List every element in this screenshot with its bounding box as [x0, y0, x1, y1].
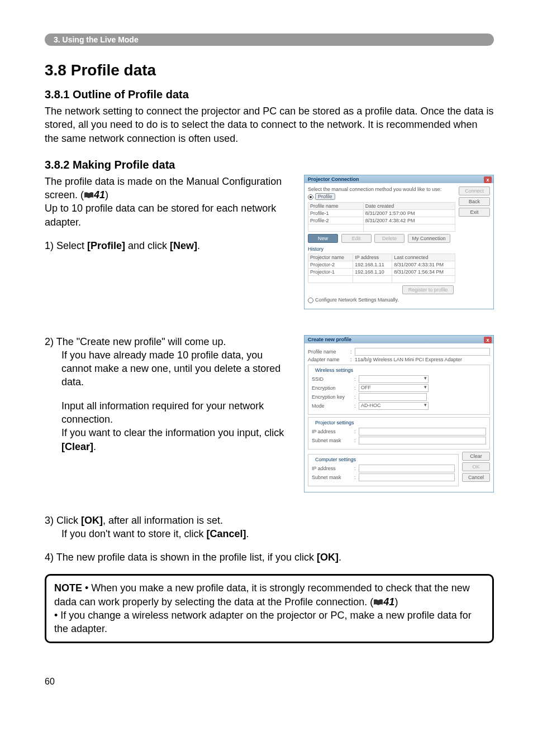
my-connection-button[interactable]: My Connection: [408, 234, 450, 243]
exit-button[interactable]: Exit: [459, 208, 490, 217]
note-p1: • When you make a new profile data, it i…: [54, 582, 470, 607]
new-button[interactable]: New: [308, 234, 338, 243]
step4b: [OK]: [317, 552, 339, 563]
step1d: [New]: [170, 240, 197, 251]
table-row: Profile-28/31/2007 4:38:42 PM: [308, 217, 455, 224]
book-icon: [373, 599, 383, 606]
section-title: 3.8 Profile data: [45, 61, 494, 79]
computer-group: Computer settings: [313, 457, 358, 462]
profile-name-input[interactable]: [355, 348, 490, 356]
note-label: NOTE: [54, 582, 82, 594]
dialog1-title: Projector Connection: [308, 176, 359, 182]
adapter-name-label: Adapter name: [308, 357, 350, 362]
edit-button[interactable]: Edit: [341, 234, 372, 243]
step1a: 1) Select: [45, 240, 87, 251]
ref1: 41: [94, 189, 105, 200]
table-row: [308, 224, 455, 231]
step3d: If you don't want to store it, click: [61, 528, 207, 539]
adapter-name-value: 11a/b/g Wireless LAN Mini PCI Express Ad…: [355, 357, 490, 362]
encryption-select[interactable]: OFF: [359, 384, 429, 392]
dialog1-titlebar: Projector Connection x: [304, 175, 493, 183]
radio-profile-label: Profile: [315, 193, 335, 200]
step3c: , after all information is set.: [103, 515, 223, 526]
step3b: [OK]: [81, 515, 103, 526]
back-button[interactable]: Back: [459, 197, 490, 206]
comp-ip-label: IP address: [312, 466, 354, 471]
comp-ip-input[interactable]: [359, 465, 455, 472]
proj-subnet-input[interactable]: [359, 437, 486, 444]
step2f: .: [93, 441, 96, 452]
profile-table: Profile nameDate created Profile-18/31/2…: [308, 202, 455, 232]
mode-select[interactable]: AD-HOC: [359, 402, 429, 410]
ssid-label: SSID: [312, 376, 354, 382]
chapter-header: 3. Using the Live Mode: [45, 34, 494, 46]
step1e: .: [197, 240, 200, 251]
p1b: ): [105, 189, 108, 200]
create-profile-dialog: Create new profile x Profile name: Adapt…: [304, 335, 494, 492]
delete-button[interactable]: Delete: [374, 234, 404, 243]
projector-connection-dialog: Projector Connection x Connect Back Exit…: [304, 175, 494, 309]
table-row: Projector-1192.168.1.108/31/2007 1:56:34…: [308, 268, 455, 275]
col-ip: IP address: [353, 253, 392, 261]
register-button[interactable]: Register to profile: [402, 285, 454, 294]
proj-ip-input[interactable]: [359, 428, 486, 436]
wireless-group: Wireless settings: [313, 367, 355, 373]
step2d: If you want to clear the information you…: [61, 427, 284, 438]
table-row: Profile-18/31/2007 1:57:00 PM: [308, 209, 455, 217]
enckey-input[interactable]: [359, 393, 427, 401]
profile-name-label: Profile name: [308, 349, 350, 355]
dialog2-titlebar: Create new profile x: [304, 336, 493, 343]
subsection-title-making: 3.8.2 Making Profile data: [45, 159, 494, 171]
step3e: [Cancel]: [207, 528, 246, 539]
comp-subnet-input[interactable]: [359, 473, 455, 481]
p1a: The profile data is made on the Manual C…: [45, 176, 282, 200]
note-p1b: ): [394, 596, 398, 607]
table-row: Projector-2192.168.1.118/31/2007 4:33:31…: [308, 261, 455, 268]
step1b: [Profile]: [87, 240, 125, 251]
chapter-title: 3. Using the Live Mode: [54, 35, 139, 44]
history-label: History: [308, 246, 455, 252]
step2-body2: Input all information required for your …: [45, 399, 294, 427]
dialog1-subtitle: Select the manual connection method you …: [308, 186, 455, 192]
col-date-created: Date created: [363, 202, 455, 209]
proj-subnet-label: Subnet mask: [312, 438, 354, 443]
step2e: [Clear]: [61, 441, 93, 452]
outline-body: The network setting to connect the proje…: [45, 104, 494, 145]
note-ref: 41: [383, 596, 394, 607]
page-number: 60: [45, 677, 494, 687]
step3a: 3) Click: [45, 515, 81, 526]
step4c: .: [339, 552, 341, 563]
enckey-label: Encryption key: [312, 394, 354, 400]
encryption-label: Encryption: [312, 385, 354, 391]
connect-button[interactable]: Connect: [459, 186, 490, 195]
proj-ip-label: IP address: [312, 429, 354, 434]
dialog2-title: Create new profile: [308, 337, 351, 342]
radio-dot-icon: [308, 194, 313, 200]
table-row: [308, 275, 455, 283]
note-p2: • If you change a wireless network adapt…: [54, 610, 472, 634]
step4a: 4) The new profile data is shown in the …: [45, 552, 317, 563]
note-box: NOTE • When you make a new profile data,…: [45, 574, 494, 643]
close-icon[interactable]: x: [484, 337, 492, 343]
radio-dot-icon: [308, 298, 313, 303]
col-last: Last connected: [392, 253, 455, 261]
col-profile-name: Profile name: [308, 202, 364, 209]
radio-manual[interactable]: Configure Network Settings Manually.: [308, 297, 455, 303]
cancel-button[interactable]: Cancel: [462, 473, 490, 482]
col-projector-name: Projector name: [308, 253, 353, 261]
step3f: .: [246, 528, 249, 539]
subsection-title-outline: 3.8.1 Outline of Profile data: [45, 88, 494, 101]
ok-button[interactable]: OK: [462, 462, 490, 471]
clear-button[interactable]: Clear: [462, 452, 490, 461]
step2-body1: If you have already made 10 profile data…: [45, 348, 294, 389]
mode-label: Mode: [312, 403, 354, 409]
ssid-select[interactable]: [359, 375, 429, 383]
comp-subnet-label: Subnet mask: [312, 475, 354, 480]
step2-line1: 2) The "Create new profile" will come up…: [45, 335, 294, 348]
close-icon[interactable]: x: [484, 176, 492, 183]
radio-manual-label: Configure Network Settings Manually.: [315, 297, 399, 303]
radio-profile[interactable]: Profile: [308, 193, 455, 200]
history-table: Projector nameIP addressLast connected P…: [308, 253, 455, 283]
book-icon: [84, 192, 94, 199]
p1c: Up to 10 profile data can be stored for …: [45, 203, 276, 227]
